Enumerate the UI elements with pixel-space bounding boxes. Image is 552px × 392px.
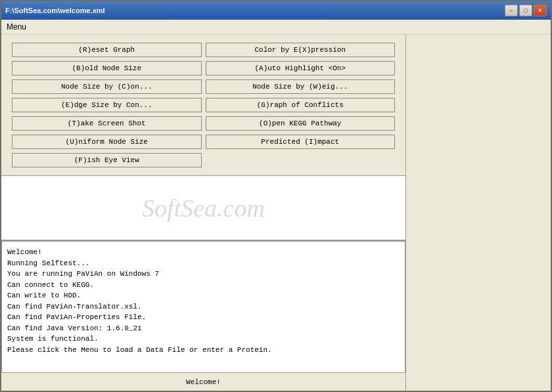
log-area: Welcome!Running Selftest...You are runni… [1,241,405,372]
title-bar: F:\SoftSea.com\welcome.xml − □ ✕ [1,1,551,20]
buttons-area: (R)eset Graph Color by E(X)pression (B)o… [1,35,405,176]
predicted-impact-button[interactable]: Predicted (I)mpact [206,135,396,149]
maximize-button[interactable]: □ [519,5,532,16]
bottom-section: Welcome!Running Selftest...You are runni… [1,240,405,391]
menu-bar[interactable]: Menu [1,20,551,35]
status-bar: Welcome! [1,372,405,391]
log-line: Can find PaViAn-Translator.xsl. [7,301,400,313]
open-kegg-pathway-button[interactable]: (O)pen KEGG Pathway [206,116,396,131]
take-screen-shot-button[interactable]: (T)ake Screen Shot [12,116,202,131]
right-panel [406,35,551,391]
log-line: Please click the Menu to load a Data Fil… [7,345,400,356]
watermark-area: SoftSea.com [1,176,405,240]
node-size-weig-button[interactable]: Node Size by (W)eig... [206,79,396,94]
log-line: Running Selftest... [7,258,400,269]
log-line: Can find Java Version: 1.6.0_21 [7,323,400,334]
minimize-button[interactable]: − [505,5,518,16]
left-panel: (R)eset Graph Color by E(X)pression (B)o… [1,35,406,391]
title-bar-controls: − □ ✕ [505,5,547,16]
status-text: Welcome! [186,378,221,386]
log-line: You are running PaViAn on Windows 7 [7,269,400,280]
bold-node-size-button[interactable]: (B)old Node Size [12,61,202,76]
watermark-text: SoftSea.com [142,194,265,223]
log-line: Can find PaViAn-Properties File. [7,312,400,323]
edge-size-con-button[interactable]: (E)dge Size by Con... [12,98,202,112]
color-expression-button[interactable]: Color by E(X)pression [206,43,396,57]
reset-graph-button[interactable]: (R)eset Graph [12,43,202,57]
window-title: F:\SoftSea.com\welcome.xml [5,7,105,14]
log-line: Welcome! [7,247,400,258]
log-line: Can connect to KEGG. [7,280,400,291]
fish-eye-view-button[interactable]: (F)ish Eye View [12,153,202,167]
menu-label: Menu [7,22,26,32]
main-window: F:\SoftSea.com\welcome.xml − □ ✕ Menu (R… [0,0,552,392]
log-line: System is functional. [7,334,400,345]
node-size-con-button[interactable]: Node Size by (C)on... [12,79,202,94]
graph-conflicts-button[interactable]: (G)raph of Conflicts [206,98,396,112]
log-line: Can write to HDD. [7,290,400,301]
auto-highlight-button[interactable]: (A)uto Highlight <On> [206,61,396,76]
close-button[interactable]: ✕ [534,5,547,16]
uniform-node-size-button[interactable]: (U)niform Node Size [12,135,202,149]
main-content: (R)eset Graph Color by E(X)pression (B)o… [1,35,551,391]
